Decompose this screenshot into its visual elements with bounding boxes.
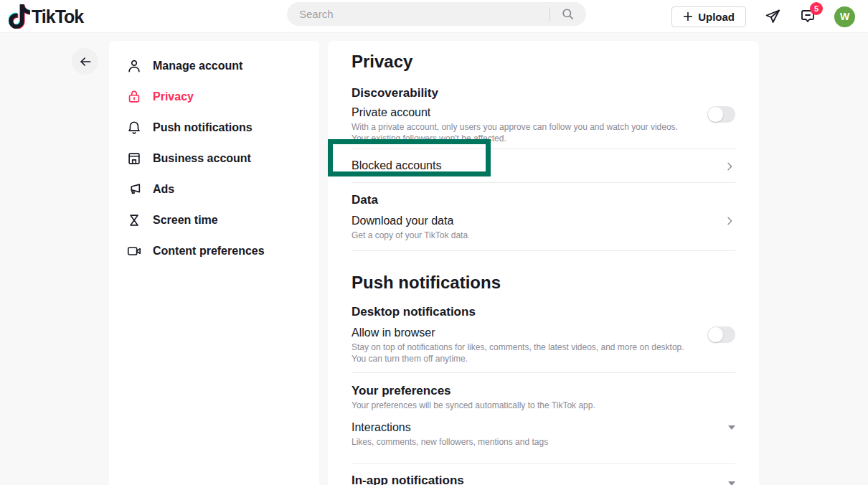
sidebar-item-label: Business account bbox=[153, 152, 251, 165]
video-camera-icon bbox=[126, 242, 143, 260]
private-account-description: With a private account, only users you a… bbox=[352, 121, 689, 144]
divider bbox=[352, 372, 735, 373]
sidebar-item-label: Push notifications bbox=[153, 121, 253, 134]
allow-in-browser-label: Allow in browser bbox=[352, 326, 689, 340]
sidebar-item-label: Ads bbox=[153, 183, 174, 196]
sidebar-item-label: Screen time bbox=[153, 214, 218, 227]
your-preferences-description: Your preferences will be synced automati… bbox=[352, 400, 689, 411]
interactions-label: Interactions bbox=[352, 420, 548, 435]
allow-in-browser-toggle[interactable] bbox=[707, 326, 735, 343]
topbar: TikTok Upload bbox=[0, 0, 868, 33]
download-data-text: Download your data Get a copy of your Ti… bbox=[352, 214, 468, 241]
push-notifications-title: Push notifications bbox=[352, 273, 735, 293]
avatar[interactable]: W bbox=[834, 6, 855, 27]
allow-in-browser-row: Allow in browser Stay on top of notifica… bbox=[352, 326, 735, 364]
private-account-row: Private account With a private account, … bbox=[352, 105, 735, 144]
messages-icon[interactable] bbox=[764, 8, 781, 25]
bell-icon bbox=[126, 119, 143, 136]
private-account-text: Private account With a private account, … bbox=[352, 105, 689, 144]
blocked-accounts-label: Blocked accounts bbox=[352, 159, 441, 173]
toggle-knob bbox=[708, 327, 723, 342]
tiktok-note-icon bbox=[9, 4, 30, 29]
download-data-label: Download your data bbox=[352, 214, 468, 228]
divider bbox=[352, 250, 735, 251]
search-input[interactable] bbox=[299, 8, 549, 20]
sidebar-item-label: Manage account bbox=[153, 60, 242, 72]
upload-button[interactable]: Upload bbox=[671, 6, 746, 27]
desktop-notifications-heading: Desktop notifications bbox=[352, 305, 735, 319]
search-button[interactable] bbox=[550, 3, 585, 25]
sidebar-item-label: Content preferences bbox=[153, 245, 265, 258]
in-app-notifications-heading: In-app notifications bbox=[352, 474, 464, 485]
back-arrow-icon bbox=[78, 55, 93, 69]
interactions-text: Interactions Likes, comments, new follow… bbox=[352, 420, 548, 448]
sidebar-item-business-account[interactable]: Business account bbox=[109, 143, 319, 174]
hourglass-icon bbox=[126, 212, 143, 229]
data-heading: Data bbox=[352, 193, 735, 207]
tiktok-wordmark: TikTok bbox=[32, 6, 83, 27]
settings-sidebar: Manage account Privacy Push notification… bbox=[109, 41, 319, 485]
search-bar bbox=[287, 2, 586, 26]
toggle-knob bbox=[708, 107, 723, 122]
topbar-actions: Upload 5 W bbox=[671, 0, 855, 33]
notification-badge: 5 bbox=[810, 2, 823, 15]
megaphone-icon bbox=[126, 181, 143, 198]
download-data-row[interactable]: Download your data Get a copy of your Ti… bbox=[352, 214, 735, 250]
person-icon bbox=[126, 57, 143, 75]
private-account-label: Private account bbox=[352, 105, 689, 120]
interactions-row[interactable]: Interactions Likes, comments, new follow… bbox=[352, 420, 735, 448]
settings-panel: Privacy Discoverability Private account … bbox=[328, 41, 759, 485]
caret-down-icon[interactable] bbox=[728, 425, 735, 430]
sidebar-item-screen-time[interactable]: Screen time bbox=[109, 204, 319, 235]
tiktok-logo[interactable]: TikTok bbox=[9, 4, 83, 29]
inbox-icon[interactable]: 5 bbox=[799, 8, 816, 25]
blocked-accounts-row[interactable]: Blocked accounts bbox=[352, 149, 735, 182]
interactions-description: Likes, comments, new followers, mentions… bbox=[352, 436, 548, 448]
privacy-title: Privacy bbox=[352, 52, 735, 72]
lock-icon bbox=[126, 88, 143, 105]
divider bbox=[352, 182, 735, 183]
plus-icon bbox=[683, 11, 693, 22]
your-preferences-heading: Your preferences bbox=[352, 384, 735, 398]
search-icon bbox=[561, 7, 575, 21]
sidebar-item-privacy[interactable]: Privacy bbox=[109, 81, 319, 112]
caret-down-icon[interactable] bbox=[728, 481, 735, 485]
in-app-notifications-row[interactable]: In-app notifications bbox=[352, 464, 735, 485]
sidebar-item-push-notifications[interactable]: Push notifications bbox=[109, 112, 319, 143]
sidebar-item-ads[interactable]: Ads bbox=[109, 174, 319, 204]
allow-in-browser-text: Allow in browser Stay on top of notifica… bbox=[352, 326, 689, 364]
sidebar-item-content-preferences[interactable]: Content preferences bbox=[109, 235, 319, 266]
back-button[interactable] bbox=[72, 48, 98, 75]
your-preferences-section: Your preferences Your preferences will b… bbox=[352, 384, 735, 411]
private-account-toggle[interactable] bbox=[707, 106, 735, 123]
allow-in-browser-description: Stay on top of notifications for likes, … bbox=[352, 342, 689, 364]
download-data-description: Get a copy of your TikTok data bbox=[352, 230, 468, 241]
discoverability-heading: Discoverability bbox=[352, 86, 735, 100]
sidebar-item-manage-account[interactable]: Manage account bbox=[109, 50, 319, 81]
storefront-icon bbox=[126, 150, 143, 167]
upload-label: Upload bbox=[698, 11, 735, 23]
chevron-right-icon bbox=[724, 215, 735, 227]
sidebar-item-label: Privacy bbox=[153, 90, 194, 103]
chevron-right-icon bbox=[724, 161, 735, 172]
